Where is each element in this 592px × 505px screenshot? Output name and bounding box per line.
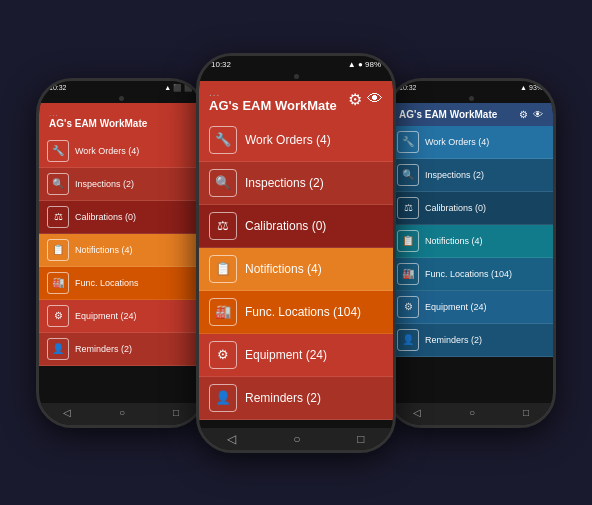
camera-left xyxy=(39,95,203,103)
work-orders-label-right: Work Orders (4) xyxy=(425,137,489,147)
reminders-label-right: Reminders (2) xyxy=(425,335,482,345)
list-item[interactable]: ⚙ Equipment (24) xyxy=(199,334,393,377)
signal-center: ▲ ● 98% xyxy=(348,60,381,69)
bottom-nav-right: ◁ ○ □ xyxy=(389,403,553,425)
inspections-label-right: Inspections (2) xyxy=(425,170,484,180)
list-item[interactable]: 👤 Reminders (2) xyxy=(39,333,203,366)
signal-left: ▲ ⬛ ⬛ xyxy=(164,84,193,92)
settings-icon-right[interactable]: ⚙ xyxy=(519,109,528,120)
header-center: ... AG's EAM WorkMate ⚙ 👁 xyxy=(199,81,393,119)
func-loc-icon-center: 🏭 xyxy=(209,298,237,326)
list-item[interactable]: 🔍 Inspections (2) xyxy=(389,159,553,192)
time-left: 10:32 xyxy=(49,84,67,91)
reminders-label-center: Reminders (2) xyxy=(245,391,321,405)
notifictions-label-left: Notifictions (4) xyxy=(75,245,133,255)
settings-icon[interactable]: ⚙ xyxy=(348,90,362,109)
camera-center xyxy=(199,73,393,81)
home-btn-left[interactable]: ○ xyxy=(119,407,125,421)
equipment-icon-right: ⚙ xyxy=(397,296,419,318)
equipment-label-center: Equipment (24) xyxy=(245,348,327,362)
time-center: 10:32 xyxy=(211,60,231,69)
reminders-icon-right: 👤 xyxy=(397,329,419,351)
title-center: AG's EAM WorkMate xyxy=(209,98,337,113)
list-item[interactable]: ⚖ Calibrations (0) xyxy=(199,205,393,248)
list-item[interactable]: 👤 Reminders (2) xyxy=(389,324,553,357)
equipment-label-right: Equipment (24) xyxy=(425,302,487,312)
inspections-label-center: Inspections (2) xyxy=(245,176,324,190)
header-icons-right: ⚙ 👁 xyxy=(519,109,543,120)
notifictions-icon-right: 📋 xyxy=(397,230,419,252)
list-item[interactable]: 📋 Notifictions (4) xyxy=(39,234,203,267)
list-item[interactable]: ⚖ Calibrations (0) xyxy=(389,192,553,225)
list-item[interactable]: 🔧 Work Orders (4) xyxy=(389,126,553,159)
title-right: AG's EAM WorkMate xyxy=(399,109,497,120)
work-orders-icon-left: 🔧 xyxy=(47,140,69,162)
func-loc-label-center: Func. Locations (104) xyxy=(245,305,361,319)
notifictions-label-right: Notifictions (4) xyxy=(425,236,483,246)
list-item[interactable]: 📋 Notifictions (4) xyxy=(389,225,553,258)
header-icons-center: ⚙ 👁 xyxy=(348,90,383,109)
reminders-label-left: Reminders (2) xyxy=(75,344,132,354)
header-right: AG's EAM WorkMate ⚙ 👁 xyxy=(389,103,553,126)
func-loc-icon-left: 🏭 xyxy=(47,272,69,294)
header-left: ... AG's EAM WorkMate xyxy=(39,103,203,135)
menu-left: 🔧 Work Orders (4) 🔍 Inspections (2) ⚖ Ca… xyxy=(39,135,203,403)
phone-right: 10:32 ▲ 93% AG's EAM WorkMate ⚙ 👁 🔧 Work… xyxy=(386,78,556,428)
eye-icon[interactable]: 👁 xyxy=(367,90,383,109)
work-orders-label-center: Work Orders (4) xyxy=(245,133,331,147)
list-item[interactable]: ⚖ Calibrations (0) xyxy=(39,201,203,234)
status-bar-center: 10:32 ▲ ● 98% xyxy=(199,56,393,73)
eye-icon-right[interactable]: 👁 xyxy=(533,109,543,120)
title-left: AG's EAM WorkMate xyxy=(49,118,147,129)
notifictions-label-center: Notifictions (4) xyxy=(245,262,322,276)
recents-btn-center[interactable]: □ xyxy=(357,432,364,446)
inspections-icon-right: 🔍 xyxy=(397,164,419,186)
camera-right xyxy=(389,95,553,103)
signal-right: ▲ 93% xyxy=(520,84,543,91)
time-right: 10:32 xyxy=(399,84,417,91)
home-btn-center[interactable]: ○ xyxy=(293,432,300,446)
phone-center: 10:32 ▲ ● 98% ... AG's EAM WorkMate ⚙ 👁 … xyxy=(196,53,396,453)
inspections-icon-left: 🔍 xyxy=(47,173,69,195)
work-orders-icon-right: 🔧 xyxy=(397,131,419,153)
bottom-nav-left: ◁ ○ □ xyxy=(39,403,203,425)
list-item[interactable]: ⚙ Equipment (24) xyxy=(39,300,203,333)
list-item[interactable]: 🔍 Inspections (2) xyxy=(39,168,203,201)
recents-btn-right[interactable]: □ xyxy=(523,407,529,421)
list-item[interactable]: 🏭 Func. Locations xyxy=(39,267,203,300)
work-orders-icon-center: 🔧 xyxy=(209,126,237,154)
status-bar-left: 10:32 ▲ ⬛ ⬛ xyxy=(39,81,203,95)
equipment-label-left: Equipment (24) xyxy=(75,311,137,321)
list-item[interactable]: 🔍 Inspections (2) xyxy=(199,162,393,205)
calibrations-label-right: Calibrations (0) xyxy=(425,203,486,213)
bottom-nav-center: ◁ ○ □ xyxy=(199,428,393,450)
status-bar-right: 10:32 ▲ 93% xyxy=(389,81,553,95)
list-item[interactable]: 🔧 Work Orders (4) xyxy=(39,135,203,168)
menu-right: 🔧 Work Orders (4) 🔍 Inspections (2) ⚖ Ca… xyxy=(389,126,553,403)
reminders-icon-center: 👤 xyxy=(209,384,237,412)
notifictions-icon-center: 📋 xyxy=(209,255,237,283)
calibrations-icon-left: ⚖ xyxy=(47,206,69,228)
reminders-icon-left: 👤 xyxy=(47,338,69,360)
inspections-icon-center: 🔍 xyxy=(209,169,237,197)
recents-btn-left[interactable]: □ xyxy=(173,407,179,421)
work-orders-label-left: Work Orders (4) xyxy=(75,146,139,156)
calibrations-label-left: Calibrations (0) xyxy=(75,212,136,222)
list-item[interactable]: 🏭 Func. Locations (104) xyxy=(199,291,393,334)
calibrations-icon-right: ⚖ xyxy=(397,197,419,219)
back-btn-right[interactable]: ◁ xyxy=(413,407,421,421)
back-btn-center[interactable]: ◁ xyxy=(227,432,236,446)
equipment-icon-center: ⚙ xyxy=(209,341,237,369)
phones-container: 10:32 ▲ ⬛ ⬛ ... AG's EAM WorkMate 🔧 Work… xyxy=(16,8,576,498)
menu-center: 🔧 Work Orders (4) 🔍 Inspections (2) ⚖ Ca… xyxy=(199,119,393,428)
list-item[interactable]: ⚙ Equipment (24) xyxy=(389,291,553,324)
home-btn-right[interactable]: ○ xyxy=(469,407,475,421)
back-btn-left[interactable]: ◁ xyxy=(63,407,71,421)
notifictions-icon-left: 📋 xyxy=(47,239,69,261)
dots-center: ... xyxy=(209,87,337,98)
list-item[interactable]: 📋 Notifictions (4) xyxy=(199,248,393,291)
list-item[interactable]: 🏭 Func. Locations (104) xyxy=(389,258,553,291)
calibrations-label-center: Calibrations (0) xyxy=(245,219,326,233)
list-item[interactable]: 🔧 Work Orders (4) xyxy=(199,119,393,162)
list-item[interactable]: 👤 Reminders (2) xyxy=(199,377,393,420)
